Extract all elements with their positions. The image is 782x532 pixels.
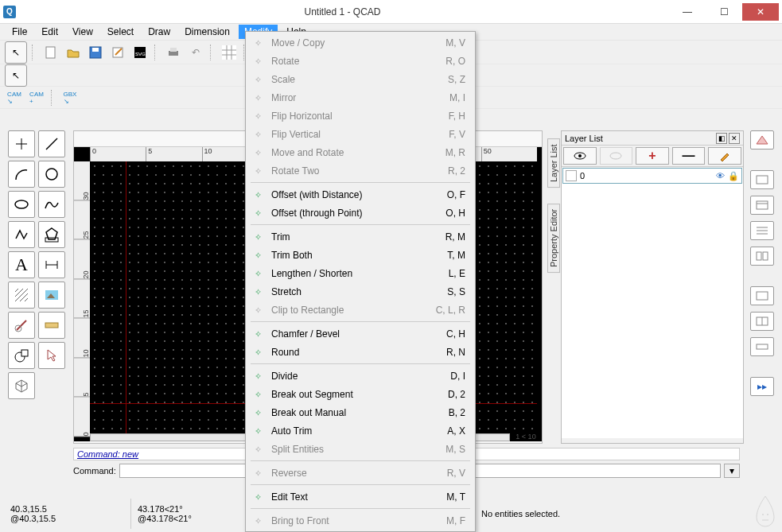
tab-property-editor[interactable]: Property Editor xyxy=(547,204,560,273)
menu-item-trim[interactable]: ⟡TrimR, M xyxy=(246,227,475,246)
ruler-tool[interactable] xyxy=(38,312,65,339)
gbx-button[interactable]: GBX↘ xyxy=(60,88,80,107)
grid-toggle[interactable] xyxy=(220,43,239,62)
cam-button-2[interactable]: CAM+ xyxy=(27,88,46,107)
layer-hide-all[interactable] xyxy=(600,147,633,165)
menu-item-mirror: ⟡MirrorM, I xyxy=(246,88,475,107)
dock-close-button[interactable]: ✕ xyxy=(729,133,740,144)
menu-view[interactable]: View xyxy=(67,25,99,39)
command-settings[interactable]: ▾ xyxy=(724,464,740,478)
menu-dimension[interactable]: Dimension xyxy=(179,25,235,39)
image-tool[interactable] xyxy=(38,282,65,309)
menu-item-offset-with-distance-[interactable]: ⟡Offset (with Distance)O, F xyxy=(246,185,475,204)
svg-rect-52 xyxy=(757,344,768,349)
menu-item-chamfer-bevel[interactable]: ⟡Chamfer / BevelC, H xyxy=(246,324,475,343)
rs-btn-7[interactable] xyxy=(750,312,774,331)
close-button[interactable]: ✕ xyxy=(742,3,779,21)
svg-export-button[interactable]: SVG xyxy=(130,43,150,62)
rs-btn-5[interactable] xyxy=(750,247,774,266)
rs-btn-2[interactable] xyxy=(750,170,774,189)
layer-button-row: + — xyxy=(562,146,743,167)
layer-edit[interactable] xyxy=(708,147,741,165)
menu-draw[interactable]: Draw xyxy=(142,25,176,39)
menu-select[interactable]: Select xyxy=(102,25,139,39)
menu-item-shortcut: O, F xyxy=(447,189,465,200)
layer-list: 0 👁 🔒 xyxy=(562,168,743,438)
hatch-tool[interactable] xyxy=(8,282,35,309)
menu-item-shortcut: L, E xyxy=(449,268,465,279)
svg-rect-49 xyxy=(757,292,768,300)
menu-edit[interactable]: Edit xyxy=(36,25,64,39)
menu-file[interactable]: File xyxy=(6,25,33,39)
rs-btn-play[interactable]: ▸▸ xyxy=(750,377,774,396)
layer-color-swatch xyxy=(566,170,577,181)
menu-item-icon: ⟡ xyxy=(251,248,265,262)
menu-item-break-out-segment[interactable]: ⟡Break out SegmentD, 2 xyxy=(246,385,475,403)
minimize-button[interactable]: — xyxy=(669,3,706,21)
arc-tool[interactable] xyxy=(8,161,35,188)
menu-item-round[interactable]: ⟡RoundR, N xyxy=(246,343,475,361)
line-tool[interactable] xyxy=(38,130,65,157)
menu-item-icon: ⟡ xyxy=(251,387,265,402)
polyline-tool[interactable] xyxy=(8,221,35,248)
print-button[interactable] xyxy=(164,43,183,62)
svg-text:SVG: SVG xyxy=(135,52,146,56)
layer-row-0[interactable]: 0 👁 🔒 xyxy=(562,168,742,184)
draw-tools-palette: A xyxy=(8,130,72,399)
eye-icon[interactable]: 👁 xyxy=(716,171,725,181)
modify-menu-popup: ⟡Move / CopyM, V⟡RotateR, O⟡ScaleS, Z⟡Mi… xyxy=(245,31,476,532)
open-button[interactable] xyxy=(64,43,83,62)
shape-tool[interactable] xyxy=(8,342,35,369)
layer-show-all[interactable] xyxy=(563,147,597,165)
dock-float-button[interactable]: ◧ xyxy=(716,133,727,144)
menu-item-divide[interactable]: ⟡DivideD, I xyxy=(246,367,475,385)
rs-btn-3[interactable] xyxy=(750,196,774,215)
menu-item-stretch[interactable]: ⟡StretchS, S xyxy=(246,282,475,301)
rs-btn-4[interactable] xyxy=(750,221,774,240)
menu-item-trim-both[interactable]: ⟡Trim BothT, M xyxy=(246,246,475,264)
undo-button[interactable]: ↶ xyxy=(186,43,205,62)
polygon-tool[interactable] xyxy=(38,221,65,248)
menu-item-lengthen-shorten[interactable]: ⟡Lengthen / ShortenL, E xyxy=(246,264,475,282)
rs-btn-6[interactable] xyxy=(750,286,774,305)
svg-rect-7 xyxy=(170,48,177,52)
iso-tool[interactable] xyxy=(8,372,35,399)
menu-item-rotate-two: ⟡Rotate TwoR, 2 xyxy=(246,161,475,180)
spline-tool[interactable] xyxy=(38,191,65,218)
menu-item-auto-trim[interactable]: ⟡Auto TrimA, X xyxy=(246,421,475,440)
lock-icon[interactable]: 🔒 xyxy=(728,171,739,181)
save-button[interactable] xyxy=(86,43,105,62)
cam-button-1[interactable]: CAM↘ xyxy=(5,88,24,107)
select-arrow-tool[interactable] xyxy=(38,342,65,369)
circle-tool[interactable] xyxy=(38,161,65,188)
menu-item-shortcut: A, X xyxy=(447,425,465,437)
menu-item-break-out-manual[interactable]: ⟡Break out ManualB, 2 xyxy=(246,403,475,421)
measure-tool[interactable] xyxy=(8,312,35,339)
menu-item-label: Round xyxy=(271,347,440,358)
edit-button[interactable] xyxy=(108,43,127,62)
new-button[interactable] xyxy=(41,43,60,62)
svg-rect-47 xyxy=(757,252,761,260)
cursor-icon[interactable]: ↖ xyxy=(12,70,20,81)
svg-point-23 xyxy=(46,169,57,180)
menu-item-label: Move / Copy xyxy=(271,37,439,49)
ellipse-tool[interactable] xyxy=(8,191,35,218)
cursor-icon[interactable]: ↖ xyxy=(12,47,20,58)
layer-remove[interactable]: — xyxy=(672,147,706,165)
menu-item-offset-through-point-[interactable]: ⟡Offset (through Point)O, H xyxy=(246,204,475,222)
menu-item-edit-text[interactable]: ⟡Edit TextM, T xyxy=(246,487,475,506)
status-selection: No entities selected. xyxy=(473,499,778,529)
text-tool[interactable]: A xyxy=(8,251,35,278)
maximize-button[interactable]: ☐ xyxy=(706,3,742,21)
dimension-tool[interactable] xyxy=(38,251,65,278)
tab-layer-list[interactable]: Layer List xyxy=(547,138,560,188)
menu-item-shortcut: T, M xyxy=(447,250,465,261)
rs-btn-1[interactable] xyxy=(750,130,774,150)
menu-item-label: Rotate xyxy=(271,56,439,67)
menu-item-split-entities: ⟡Split EntitiesM, S xyxy=(246,440,475,458)
svg-rect-0 xyxy=(46,47,55,58)
rs-btn-8[interactable] xyxy=(750,337,774,356)
point-tool[interactable] xyxy=(8,130,35,157)
layer-add[interactable]: + xyxy=(636,147,669,165)
menu-item-shortcut: M, F xyxy=(446,515,465,526)
